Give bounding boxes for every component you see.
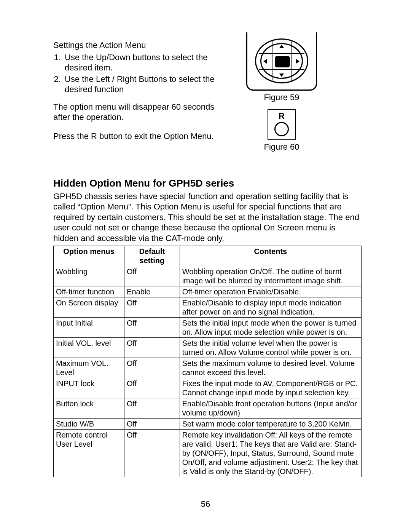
cell-option-menu: Remote control User Level <box>54 430 124 477</box>
table-row: Initial VOL. levelOffSets the initial vo… <box>54 338 362 358</box>
arrow-right-icon <box>296 59 299 64</box>
cell-default: Enable <box>124 286 180 297</box>
page-number: 56 <box>0 499 411 510</box>
cell-default: Off <box>124 398 180 419</box>
th-default-setting: Default setting <box>124 246 180 266</box>
cell-default: Off <box>124 378 180 398</box>
cell-contents: Fixes the input mode to AV, Component/RG… <box>180 378 361 398</box>
two-column-intro: Settings the Action Menu Use the Up/Down… <box>53 40 362 154</box>
r-button-icon: R <box>268 109 296 140</box>
intro-note-timeout: The option menu will disappear 60 second… <box>53 102 228 123</box>
cell-default: Off <box>124 358 180 378</box>
figure-59-caption: Figure 59 <box>264 92 299 103</box>
cell-default: Off <box>124 338 180 358</box>
figure-column: Figure 59 R Figure 60 <box>244 32 320 154</box>
cell-contents: Enable/Disable to display input mode ind… <box>180 297 361 318</box>
cell-default: Off <box>124 318 180 338</box>
page: Settings the Action Menu Use the Up/Down… <box>0 0 411 532</box>
table-row: Off-timer functionEnableOff-timer operat… <box>54 286 362 297</box>
step-2: Use the Left / Right Buttons to select t… <box>63 74 228 95</box>
cell-contents: Remote key invalidation Off: All keys of… <box>180 430 361 477</box>
r-button-label: R <box>279 112 285 120</box>
arrow-down-icon <box>279 73 284 77</box>
table-row: Button lockOffEnable/Disable front opera… <box>54 398 362 419</box>
arrow-up-icon <box>279 45 284 48</box>
step-1: Use the Up/Down buttons to select the de… <box>63 52 228 73</box>
cell-default: Off <box>124 266 180 286</box>
cell-contents: Sets the maximum volume to desired level… <box>180 358 361 378</box>
section-title: Hidden Option Menu for GPH5D series <box>53 177 362 190</box>
circle-icon <box>274 122 289 136</box>
cell-default: Off <box>124 430 180 477</box>
table-row: Maximum VOL. LevelOffSets the maximum vo… <box>54 358 362 378</box>
intro-heading: Settings the Action Menu <box>53 40 228 51</box>
cell-contents: Wobbling operation On/Off. The outline o… <box>180 266 361 286</box>
table-row: Studio W/BOffSet warm mode color tempera… <box>54 419 362 430</box>
option-menu-table: Option menus Default setting Contents Wo… <box>53 246 362 477</box>
arrow-left-icon <box>263 59 267 64</box>
th-option-menus: Option menus <box>54 246 124 266</box>
table-row: INPUT lockOffFixes the input mode to AV,… <box>54 378 362 398</box>
th-contents: Contents <box>180 246 361 266</box>
cell-option-menu: Wobbling <box>54 266 124 286</box>
cell-option-menu: Studio W/B <box>54 419 124 430</box>
cell-option-menu: On Screen display <box>54 297 124 318</box>
intro-text-column: Settings the Action Menu Use the Up/Down… <box>53 40 228 154</box>
cell-contents: Sets the initial volume level when the p… <box>180 338 361 358</box>
cell-contents: Sets the initial input mode when the pow… <box>180 318 361 338</box>
cell-option-menu: INPUT lock <box>54 378 124 398</box>
remote-dpad-icon <box>246 32 317 91</box>
cell-option-menu: Initial VOL. level <box>54 338 124 358</box>
cell-contents: Set warm mode color temperature to 3,200… <box>180 419 361 430</box>
table-row: On Screen displayOffEnable/Disable to di… <box>54 297 362 318</box>
cell-default: Off <box>124 419 180 430</box>
cell-contents: Enable/Disable front operation buttons (… <box>180 398 361 419</box>
center-button-icon <box>275 56 290 67</box>
cell-option-menu: Off-timer function <box>54 286 124 297</box>
table-header-row: Option menus Default setting Contents <box>54 246 362 266</box>
intro-steps-list: Use the Up/Down buttons to select the de… <box>53 52 228 95</box>
cell-option-menu: Maximum VOL. Level <box>54 358 124 378</box>
cell-option-menu: Button lock <box>54 398 124 419</box>
intro-note-exit: Press the R button to exit the Option Me… <box>53 131 228 142</box>
table-row: Remote control User LevelOffRemote key i… <box>54 430 362 477</box>
figure-60-caption: Figure 60 <box>264 142 299 152</box>
table-row: WobblingOffWobbling operation On/Off. Th… <box>54 266 362 286</box>
cell-default: Off <box>124 297 180 318</box>
cell-contents: Off-timer operation Enable/Disable. <box>180 286 361 297</box>
cell-option-menu: Input Initial <box>54 318 124 338</box>
section-body: GPH5D chassis series have special functi… <box>53 191 362 244</box>
table-row: Input InitialOffSets the initial input m… <box>54 318 362 338</box>
